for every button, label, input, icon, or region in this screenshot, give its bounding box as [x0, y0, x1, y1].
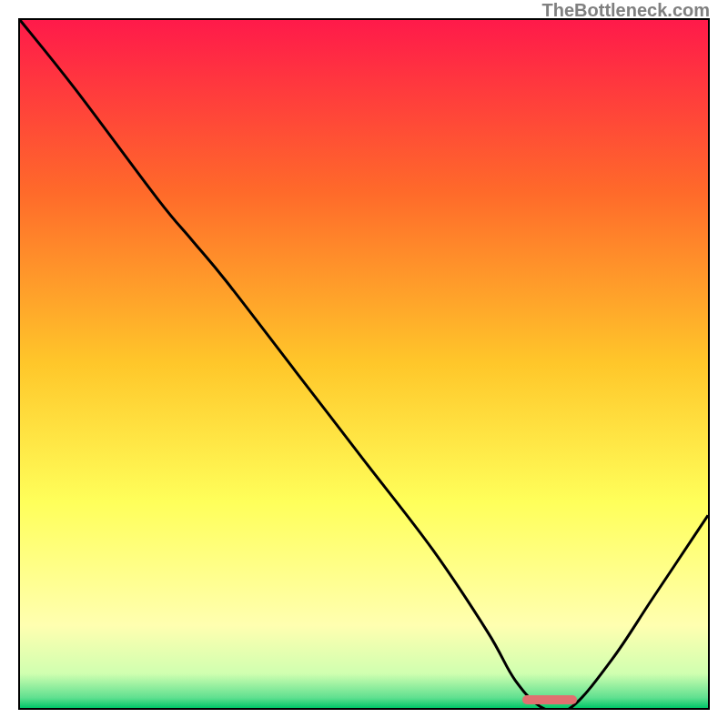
bottleneck-curve [20, 20, 708, 708]
chart-container: TheBottleneck.com [0, 0, 728, 728]
optimal-marker [522, 695, 577, 704]
plot-area [18, 18, 710, 710]
